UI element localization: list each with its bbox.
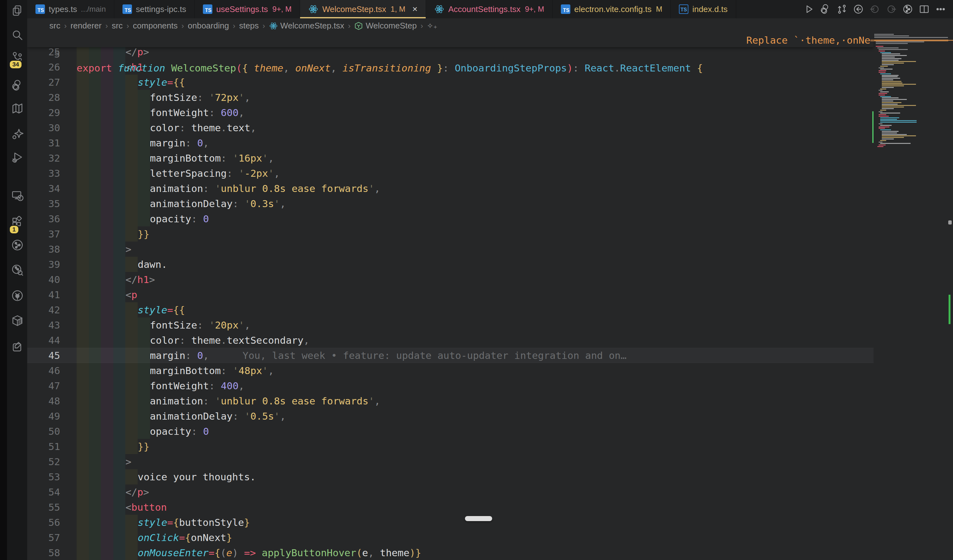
scrollbar-thumb-marker — [948, 220, 952, 224]
resize-handle-pill[interactable] — [465, 516, 492, 521]
code-line-30[interactable]: 30color: theme.text, — [27, 120, 874, 135]
close-icon[interactable]: × — [413, 4, 418, 14]
activity-item-remote-explorer-icon[interactable] — [11, 190, 23, 202]
code-line-38[interactable]: 38> — [27, 241, 874, 257]
activity-item-search-icon[interactable] — [11, 29, 23, 41]
code-line-45[interactable]: 45margin: 0,You, last week • feature: up… — [27, 348, 874, 363]
indent-guide — [125, 181, 138, 196]
code-line-48[interactable]: 48animation: 'unblur 0.8s ease forwards'… — [27, 393, 874, 408]
indent-guide — [125, 74, 138, 90]
activity-item-copy-icon[interactable] — [11, 5, 23, 17]
code-line-43[interactable]: 43fontSize: '20px', — [27, 317, 874, 333]
indent-guide — [89, 378, 101, 393]
indent-guide — [113, 181, 126, 196]
indent-guide — [77, 484, 89, 500]
code-line-53[interactable]: 53voice your thoughts. — [27, 469, 874, 484]
code-line-35[interactable]: 35animationDelay: '0.3s', — [27, 196, 874, 211]
activity-item-map-icon[interactable] — [11, 102, 23, 114]
breadcrumb-item[interactable]: components — [133, 21, 178, 31]
code-line-37[interactable]: 37}} — [27, 226, 874, 241]
nav-back-icon[interactable] — [869, 4, 880, 14]
code-text: color: theme.textSecondary, — [150, 333, 310, 348]
breadcrumb-file[interactable]: WelcomeStep.tsx — [269, 21, 345, 31]
editor-scrollbar[interactable] — [948, 19, 953, 560]
run-icon[interactable] — [804, 4, 814, 14]
tab-AccountSettings.tsx[interactable]: AccountSettings.tsx9+, M — [426, 0, 553, 19]
activity-item-debug-icon[interactable] — [11, 151, 23, 163]
activity-item-openai-icon[interactable] — [11, 79, 23, 91]
breadcrumb-item[interactable]: renderer — [71, 21, 102, 31]
code-line-57[interactable]: 57onClick={onNext} — [27, 530, 874, 545]
indent-guide — [77, 408, 89, 424]
activity-item-github-icon[interactable] — [11, 290, 23, 302]
graph-circle-icon[interactable] — [902, 4, 913, 14]
breadcrumb-item[interactable]: src — [112, 21, 123, 31]
breadcrumb-item[interactable]: src — [50, 21, 61, 31]
code-line-28[interactable]: 28fontSize: '72px', — [27, 90, 874, 105]
breadcrumb-symbol[interactable]: WelcomeStep — [354, 21, 416, 31]
code-text: </p> — [125, 484, 149, 500]
indent-guide — [89, 74, 101, 90]
code-line-56[interactable]: 56style={buttonStyle} — [27, 515, 874, 530]
code-line-31[interactable]: 31margin: 0, — [27, 135, 874, 150]
indent-guide — [77, 500, 89, 515]
nav-forward-icon[interactable] — [886, 4, 897, 14]
split-editor-icon[interactable] — [919, 4, 930, 14]
breadcrumb-item[interactable]: steps — [239, 21, 259, 31]
code-line-51[interactable]: 51}} — [27, 439, 874, 454]
code-line-52[interactable]: 52> — [27, 454, 874, 469]
code-line-29[interactable]: 29fontWeight: 600, — [27, 105, 874, 120]
tab-useSettings.ts[interactable]: TSuseSettings.ts9+, M — [195, 0, 300, 19]
line-number: 44 — [27, 333, 60, 348]
code-line-47[interactable]: 47fontWeight: 400, — [27, 378, 874, 393]
activity-item-commit-graph-icon[interactable] — [11, 239, 23, 251]
minimap[interactable] — [872, 34, 948, 192]
code-line-42[interactable]: 42style={{ — [27, 302, 874, 317]
code-line-32[interactable]: 32marginBottom: '16px', — [27, 150, 874, 166]
openai-small-icon[interactable] — [820, 4, 831, 14]
indent-guide — [113, 333, 126, 348]
back-circle-icon[interactable] — [853, 4, 864, 14]
tab-WelcomeStep.tsx[interactable]: WelcomeStep.tsx1, M× — [300, 0, 426, 19]
indent-guide — [77, 74, 89, 90]
code-line-36[interactable]: 36opacity: 0 — [27, 211, 874, 226]
indent-guide — [101, 74, 113, 90]
tab-settings-ipc.ts[interactable]: TSsettings-ipc.ts — [114, 0, 195, 19]
code-line-54[interactable]: 54</p> — [27, 484, 874, 500]
indent-guide — [125, 211, 138, 226]
code-line-34[interactable]: 34animation: 'unblur 0.8s ease forwards'… — [27, 181, 874, 196]
code-text: > — [125, 241, 131, 257]
code-line-41[interactable]: 41<p — [27, 287, 874, 302]
compare-icon[interactable] — [837, 4, 847, 14]
code-line-58[interactable]: 58onMouseEnter={(e) => applyButtonHover(… — [27, 545, 874, 560]
activity-bar: 341 — [0, 0, 27, 560]
tab-types.ts[interactable]: TStypes.ts.../main — [27, 0, 114, 19]
breadcrumb-item[interactable]: onboarding — [188, 21, 229, 31]
code-line-44[interactable]: 44color: theme.textSecondary, — [27, 333, 874, 348]
code-line-39[interactable]: 39dawn. — [27, 257, 874, 272]
code-line-49[interactable]: 49animationDelay: '0.5s', — [27, 408, 874, 424]
code-line-27[interactable]: 27style={{ — [27, 74, 874, 90]
code-text: voice your thoughts. — [138, 469, 256, 484]
line-number: 51 — [27, 439, 60, 454]
tab-electron.vite.config.ts[interactable]: TSelectron.vite.config.tsM — [553, 0, 671, 19]
react-icon — [308, 4, 318, 14]
activity-item-sparkles-icon[interactable] — [11, 127, 23, 139]
activity-item-tools-icon[interactable] — [11, 341, 23, 353]
more-actions-icon[interactable] — [935, 4, 946, 14]
indent-guide — [77, 317, 89, 333]
indent-guide — [101, 454, 113, 469]
tab-index.d.ts[interactable]: TSindex.d.ts — [671, 0, 736, 19]
code-line-50[interactable]: 50opacity: 0 — [27, 424, 874, 439]
indent-guide — [125, 530, 138, 545]
code-line-55[interactable]: 55<button — [27, 500, 874, 515]
code-line-33[interactable]: 33letterSpacing: '-2px', — [27, 166, 874, 181]
code-editor[interactable]: 25</p>26<h127style={{28fontSize: '72px',… — [27, 33, 874, 560]
activity-item-git-search-icon[interactable] — [11, 264, 23, 276]
activity-item-package-icon[interactable] — [11, 315, 23, 326]
indent-guide — [138, 150, 150, 166]
code-line-46[interactable]: 46marginBottom: '48px', — [27, 363, 874, 378]
code-line-40[interactable]: 40</h1> — [27, 272, 874, 287]
indent-guide — [101, 211, 113, 226]
code-text: <p — [125, 287, 137, 302]
